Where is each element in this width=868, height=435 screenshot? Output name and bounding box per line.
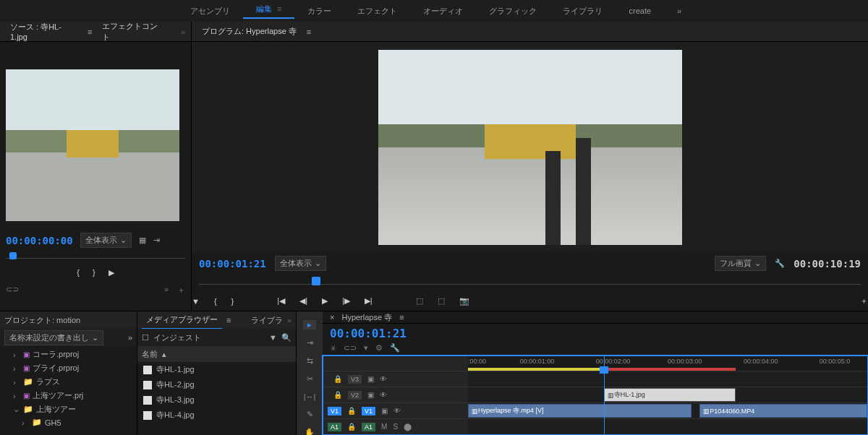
media-browser-tab[interactable]: メディアブラウザー bbox=[142, 311, 222, 330]
timeline-timecode[interactable]: 00:00:01:21 bbox=[330, 327, 407, 340]
mark-out-icon[interactable]: } bbox=[93, 268, 95, 277]
lock-icon[interactable]: 🔒 bbox=[333, 391, 342, 399]
mute-icon[interactable]: M bbox=[381, 423, 387, 431]
filter-icon[interactable]: ▼ bbox=[269, 333, 277, 342]
source-settings-icon[interactable]: ▦ bbox=[139, 236, 146, 245]
ripple-edit-tool-icon[interactable]: ⇆ bbox=[303, 356, 316, 366]
razor-tool-icon[interactable]: ✂ bbox=[303, 374, 316, 384]
tree-item[interactable]: ›📁GH5 bbox=[0, 416, 137, 428]
source-a1-label[interactable]: A1 bbox=[328, 423, 341, 431]
sequence-tab[interactable]: Hyperlapse 寺 bbox=[341, 312, 392, 323]
step-back-icon[interactable]: ◀| bbox=[299, 296, 307, 306]
file-item[interactable]: 寺HL-4.jpg bbox=[137, 408, 296, 423]
source-ruler[interactable] bbox=[6, 252, 185, 262]
wrench-icon[interactable]: 🔧 bbox=[390, 343, 400, 353]
track-v2-label[interactable]: V2 bbox=[348, 391, 362, 400]
tab-effects[interactable]: エフェクト bbox=[344, 6, 410, 17]
mark-out-icon[interactable]: } bbox=[231, 297, 234, 306]
track-select-tool-icon[interactable]: ⇥ bbox=[303, 338, 316, 348]
program-quality-dropdown[interactable]: フル画質 ⌄ bbox=[715, 256, 766, 271]
panel-menu-icon[interactable]: ≡ bbox=[88, 27, 92, 36]
go-to-out-icon[interactable]: ▶| bbox=[365, 296, 373, 306]
eye-icon[interactable]: 👁 bbox=[380, 375, 387, 383]
tree-item[interactable]: ›▣上海ツアー.prj bbox=[0, 389, 137, 402]
track-v3-label[interactable]: V3 bbox=[348, 375, 362, 384]
mark-in-icon[interactable]: { bbox=[214, 297, 217, 306]
source-tab[interactable]: ソース : 寺HL-1.jpg bbox=[6, 19, 82, 44]
tree-item[interactable]: ›▣コーラ.prproj bbox=[0, 348, 137, 361]
tab-create[interactable]: create bbox=[616, 7, 664, 15]
overflow-icon[interactable]: » bbox=[164, 285, 169, 296]
tab-graphics[interactable]: グラフィック bbox=[476, 6, 550, 17]
linked-selection-icon[interactable]: ⊂⊃ bbox=[344, 343, 357, 353]
go-to-in-icon[interactable]: |◀ bbox=[277, 296, 285, 306]
source-zoom-dropdown[interactable]: 全体表示 ⌄ bbox=[80, 233, 132, 248]
add-icon[interactable]: ＋ bbox=[177, 285, 185, 296]
program-timecode[interactable]: 00:00:01:21 bbox=[199, 258, 266, 270]
name-column-header[interactable]: 名前 bbox=[142, 349, 158, 360]
step-forward-icon[interactable]: |▶ bbox=[342, 296, 350, 306]
source-playhead[interactable] bbox=[9, 252, 17, 259]
track-v1-label[interactable]: V1 bbox=[362, 407, 375, 415]
tab-edit[interactable]: 編集 ≡ bbox=[243, 4, 294, 19]
record-icon[interactable]: ⬤ bbox=[404, 423, 412, 431]
tab-assembly[interactable]: アセンブリ bbox=[177, 6, 243, 17]
lock-icon[interactable]: 🔒 bbox=[347, 407, 356, 415]
source-insert-icon[interactable]: ⇥ bbox=[153, 236, 160, 245]
source-timecode[interactable]: 00:00:00:00 bbox=[6, 235, 73, 246]
clip-video[interactable]: ▥Hyperlapse 寺.mp4 [V] bbox=[468, 404, 692, 418]
search-icon[interactable]: 🔍 bbox=[281, 333, 292, 343]
eye-icon[interactable]: 👁 bbox=[380, 391, 387, 399]
toggle-output-icon[interactable]: ▣ bbox=[367, 375, 374, 383]
tree-item[interactable]: ›▣ブライ.prproj bbox=[0, 361, 137, 375]
extract-icon[interactable]: ⬚ bbox=[438, 296, 445, 306]
tab-overflow[interactable]: » bbox=[664, 7, 694, 15]
add-icon[interactable]: ＋ bbox=[860, 296, 868, 306]
project-tab[interactable]: プロジェクト: motion bbox=[4, 315, 80, 326]
tree-item[interactable]: ⌄📁上海ツアー bbox=[0, 402, 137, 416]
file-item[interactable]: 寺HL-1.jpg bbox=[137, 362, 296, 377]
timeline-tracks[interactable]: :00:00 00:00:01:00 00:00:02:00 00:00:03:… bbox=[468, 356, 867, 434]
slip-tool-icon[interactable]: |↔| bbox=[303, 392, 316, 401]
wrench-icon[interactable]: 🔧 bbox=[775, 259, 785, 268]
snap-icon[interactable]: ⚹ bbox=[330, 343, 336, 353]
tree-item[interactable]: ›📁ラプス bbox=[0, 375, 137, 389]
clip-video[interactable]: ▥P1044060.MP4 bbox=[699, 404, 867, 418]
program-monitor[interactable] bbox=[378, 50, 682, 245]
lift-icon[interactable]: ⬚ bbox=[416, 296, 423, 306]
overflow-icon[interactable]: » bbox=[181, 27, 185, 36]
settings-icon[interactable]: ⚙ bbox=[375, 343, 383, 353]
file-item[interactable]: 寺HL-2.jpg bbox=[137, 377, 296, 392]
timeline-ruler[interactable]: :00:00 00:00:01:00 00:00:02:00 00:00:03:… bbox=[468, 356, 867, 371]
lock-icon[interactable]: 🔒 bbox=[347, 423, 356, 431]
file-item[interactable]: 寺HL-3.jpg bbox=[137, 392, 296, 408]
source-monitor[interactable] bbox=[6, 69, 179, 221]
export-dropdown[interactable]: 名称未設定の書き出し ⌄ bbox=[4, 330, 103, 345]
panel-menu-icon[interactable]: ≡ bbox=[307, 27, 311, 36]
source-v1-label[interactable]: V1 bbox=[328, 407, 341, 415]
pen-tool-icon[interactable]: ✎ bbox=[303, 410, 316, 419]
panel-menu-icon[interactable]: ≡ bbox=[399, 313, 404, 322]
ingest-checkbox[interactable]: ☐ bbox=[142, 333, 149, 343]
timeline-playhead[interactable] bbox=[600, 366, 608, 374]
eye-icon[interactable]: 👁 bbox=[393, 407, 401, 415]
export-frame-icon[interactable]: 📷 bbox=[459, 296, 469, 306]
program-ruler[interactable] bbox=[199, 277, 861, 288]
tab-audio[interactable]: オーディオ bbox=[410, 6, 476, 17]
toggle-output-icon[interactable]: ▣ bbox=[381, 407, 388, 415]
marker-icon[interactable]: ▾ bbox=[364, 343, 368, 353]
link-icon[interactable]: ⊂⊃ bbox=[6, 285, 19, 296]
library-tab[interactable]: ライブラ bbox=[251, 315, 283, 326]
effect-controls-tab[interactable]: エフェクトコント bbox=[98, 18, 169, 46]
play-icon[interactable]: ▶ bbox=[109, 268, 114, 277]
add-marker-icon[interactable]: ▼ bbox=[192, 297, 200, 306]
program-playhead[interactable] bbox=[312, 277, 320, 285]
overflow-icon[interactable]: » bbox=[128, 333, 132, 342]
clip-image[interactable]: ▥寺HL-1.jpg bbox=[604, 388, 736, 402]
hand-tool-icon[interactable]: ✋ bbox=[303, 428, 316, 435]
overflow-icon[interactable]: » bbox=[287, 316, 292, 324]
track-a1-label[interactable]: A1 bbox=[362, 423, 375, 431]
selection-tool-icon[interactable]: ▸ bbox=[303, 320, 316, 330]
program-zoom-dropdown[interactable]: 全体表示 ⌄ bbox=[275, 256, 326, 271]
mark-in-icon[interactable]: { bbox=[77, 268, 80, 277]
